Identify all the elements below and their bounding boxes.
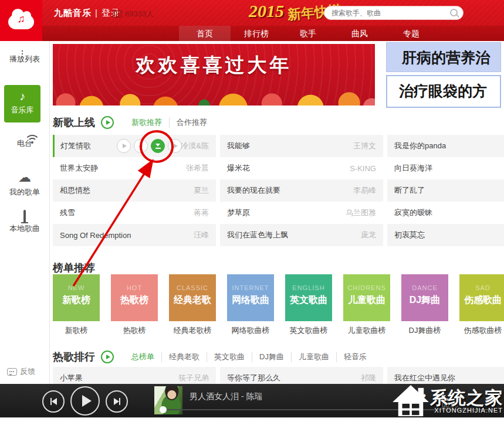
main-nav: 首页 排行榜 歌手 曲风 专题 <box>179 26 437 41</box>
new-songs-column-2: 我能够 王博文 爆米花 S-KING 我要的现在就要 李易峰 梦草原 乌兰图雅 … <box>220 135 383 246</box>
watermark-name: 系统之家 <box>430 389 503 407</box>
hero-title: 欢欢喜喜过大年 <box>53 52 375 79</box>
hero-banner[interactable]: 欢欢喜喜过大年 <box>53 44 375 106</box>
card-en-label: NEW <box>53 284 100 291</box>
monitor-icon <box>23 210 26 221</box>
year-text: 2015 <box>249 1 284 21</box>
play-button[interactable] <box>70 386 100 416</box>
song-title: 小苹果 <box>60 373 83 383</box>
song-row[interactable]: 向日葵海洋 <box>387 157 504 179</box>
chart-card-english[interactable]: ENGLISH 英文歌曲 英文歌曲榜 <box>285 274 332 336</box>
song-row[interactable]: 我是你的panda <box>387 135 504 157</box>
card-caption: 伤感歌曲榜 <box>459 325 504 336</box>
previous-button[interactable] <box>42 390 65 413</box>
download-icon[interactable] <box>151 139 165 153</box>
card-zh-label: 儿童歌曲 <box>343 294 390 307</box>
sidebar-item-radio[interactable]: 电台 <box>0 135 49 149</box>
brand-divider: | <box>95 8 98 18</box>
song-title: 等你等了那么久 <box>227 373 280 383</box>
tab-coop-recommend[interactable]: 合作推荐 <box>169 117 214 128</box>
app-logo[interactable]: ♫ <box>0 0 42 41</box>
play-icon[interactable] <box>117 139 131 153</box>
progress-handle[interactable] <box>160 406 167 413</box>
nav-artists[interactable]: 歌手 <box>282 26 334 41</box>
card-caption: 新歌榜 <box>53 325 100 336</box>
sidebar-item-label: 音乐库 <box>4 105 40 115</box>
feedback-bubble-icon <box>7 368 17 376</box>
tab-dj[interactable]: DJ舞曲 <box>252 352 291 362</box>
song-row[interactable]: 相思情愁 夏兰 <box>53 179 216 202</box>
song-artist: 庞龙 <box>361 230 376 240</box>
sidebar-item-music-library[interactable]: ♪ 音乐库 <box>4 85 40 122</box>
counter-icon <box>113 11 122 18</box>
song-artist: 祁隆 <box>361 373 376 383</box>
song-row[interactable]: 等你等了那么久 祁隆 <box>220 367 383 384</box>
song-row[interactable]: 爆米花 S-KING <box>220 157 383 179</box>
song-row[interactable]: 断了乱了 <box>387 179 504 202</box>
song-row-hovered[interactable]: 灯笼情歌 + 冷漠&陈 <box>53 135 216 157</box>
tab-light-music[interactable]: 轻音乐 <box>336 352 374 362</box>
song-row[interactable]: 我在红尘中遇见你 <box>387 367 504 384</box>
play-all-icon[interactable] <box>101 350 114 363</box>
tab-new-recommend[interactable]: 新歌推荐 <box>124 117 169 128</box>
chart-cards: NEW 新歌榜 新歌榜 HOT 热歌榜 热歌榜 CLASSIC 经典老歌 经典老… <box>53 274 504 336</box>
chart-card-children[interactable]: CHIDRENS 儿童歌曲 儿童歌曲榜 <box>343 274 390 336</box>
song-title: 我们在蓝色海上飘 <box>227 230 288 240</box>
song-row[interactable]: 小苹果 筷子兄弟 <box>53 367 216 384</box>
song-artist: 乌兰图雅 <box>346 207 376 218</box>
song-title: 梦草原 <box>227 207 250 218</box>
song-title: Song Of Redemption <box>60 231 131 240</box>
nav-topics[interactable]: 专题 <box>385 26 437 41</box>
cloud-icon: ☁ <box>18 170 31 185</box>
brand-area: 九酷音乐|登录 <box>54 8 120 19</box>
card-zh-label: 网络歌曲 <box>227 294 274 307</box>
song-artist: 夏兰 <box>194 185 209 196</box>
play-all-icon[interactable] <box>101 116 114 129</box>
chart-card-new[interactable]: NEW 新歌榜 新歌榜 <box>53 274 100 336</box>
song-row[interactable]: 残雪 蒋蒋 <box>53 202 216 224</box>
tab-children[interactable]: 儿童歌曲 <box>291 352 336 362</box>
song-row[interactable]: 我要的现在就要 李易峰 <box>220 179 383 202</box>
tab-classic[interactable]: 经典老歌 <box>161 352 207 362</box>
ad-link[interactable]: 肝病的营养治 <box>386 42 501 72</box>
song-title: 世界太安静 <box>60 163 98 173</box>
chart-card-internet[interactable]: INTERNET 网络歌曲 网络歌曲榜 <box>227 274 274 336</box>
song-title: 灯笼情歌 <box>60 141 91 151</box>
song-row[interactable]: 世界太安静 张希晨 <box>53 157 216 179</box>
song-title: 我要的现在就要 <box>227 185 280 196</box>
online-count-text: 69333人 <box>125 9 154 19</box>
chart-card-dance[interactable]: DANCE DJ舞曲 DJ舞曲榜 <box>401 274 448 336</box>
song-row[interactable]: 我们在蓝色海上飘 庞龙 <box>220 224 383 246</box>
sidebar-item-local-songs[interactable]: 本地歌曲 <box>0 211 49 234</box>
add-icon[interactable]: + <box>134 139 148 153</box>
song-row[interactable]: 梦草原 乌兰图雅 <box>220 202 383 224</box>
chart-card-hot[interactable]: HOT 热歌榜 热歌榜 <box>111 274 158 336</box>
feedback-button[interactable]: 反馈 <box>7 366 35 377</box>
next-button[interactable] <box>106 390 128 413</box>
sidebar-item-playlist[interactable]: 播放列表 <box>0 50 49 64</box>
share-icon[interactable] <box>168 139 182 153</box>
song-row[interactable]: 寂寞的暧昧 <box>387 202 504 224</box>
sidebar-item-label: 播放列表 <box>0 54 49 64</box>
card-caption: 儿童歌曲榜 <box>343 325 390 336</box>
ad-link[interactable]: 治疗眼袋的方 <box>386 75 501 108</box>
tab-overall[interactable]: 总榜单 <box>124 352 161 362</box>
song-title: 我在红尘中遇见你 <box>394 373 455 383</box>
nav-ranking[interactable]: 排行榜 <box>231 26 282 41</box>
chart-card-classic[interactable]: CLASSIC 经典老歌 经典老歌榜 <box>169 274 216 336</box>
nav-home[interactable]: 首页 <box>179 26 231 41</box>
music-note-icon: ♫ <box>0 13 42 25</box>
tab-english[interactable]: 英文歌曲 <box>207 352 252 362</box>
song-title: 断了乱了 <box>394 185 425 196</box>
nav-genre[interactable]: 曲风 <box>334 26 385 41</box>
sidebar-item-my-playlists[interactable]: ☁ 我的歌单 <box>0 172 49 198</box>
song-row[interactable]: Song Of Redemption 汪峰 <box>53 224 216 246</box>
search-icon[interactable] <box>450 9 458 16</box>
card-zh-label: DJ舞曲 <box>401 294 448 307</box>
chart-card-sad[interactable]: SAD 伤感歌曲 伤感歌曲榜 <box>459 274 504 336</box>
song-row[interactable]: 初衷莫忘 <box>387 224 504 246</box>
new-songs-header: 新歌上线 新歌推荐 合作推荐 <box>53 115 214 130</box>
song-row[interactable]: 我能够 王博文 <box>220 135 383 157</box>
search-input[interactable] <box>324 6 464 20</box>
song-artist: 张希晨 <box>186 163 209 173</box>
